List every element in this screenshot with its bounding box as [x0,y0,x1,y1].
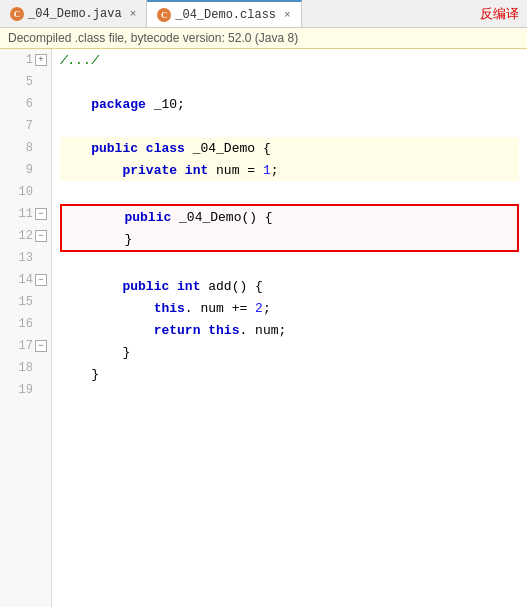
fold-comment: /.../ [60,53,107,68]
info-bar: Decompiled .class file, bytecode version… [0,28,527,49]
fold-collapse-icon[interactable]: − [35,230,47,242]
fold-placeholder [35,120,47,132]
class-tab-icon: C [157,8,171,22]
line-number: 5 [15,75,33,89]
constructor-box: public _04_Demo() { } [60,204,519,252]
gutter-row: 7 [0,115,51,137]
token: } [91,367,99,382]
fold-placeholder [35,186,47,198]
token: } [124,232,132,247]
token: . [185,301,193,316]
gutter-row: 5 [0,71,51,93]
token: _04_Demo [171,210,241,225]
token: private [122,163,177,178]
fold-placeholder [35,384,47,396]
tab-java[interactable]: C _04_Demo.java × [0,0,147,27]
fold-expand-icon[interactable]: + [35,54,47,66]
token [60,141,91,156]
token [60,163,122,178]
code-line: public _04_Demo() { [62,206,517,228]
token [60,345,122,360]
gutter-row: 10 [0,181,51,203]
token: { [255,141,271,156]
token: public [124,210,171,225]
code-content: /.../ package _10; public class _04_Demo… [52,49,527,607]
line-number: 11 [15,207,33,221]
line-number: 1 [15,53,33,67]
token: this [154,301,185,316]
token: num [193,301,232,316]
gutter-row: 13 [0,247,51,269]
token: += [232,301,248,316]
code-line [60,181,519,203]
decompile-annotation: 反编译 [480,5,519,23]
tab-class[interactable]: C _04_Demo.class × [147,0,301,27]
token: int [177,279,200,294]
line-number: 6 [15,97,33,111]
token: () { [241,210,272,225]
token: this [208,323,239,338]
token [138,141,146,156]
token: public [91,141,138,156]
token: class [146,141,185,156]
token: _04_Demo [185,141,255,156]
code-line: this. num += 2; [60,297,519,319]
code-line: } [60,363,519,385]
token: num [208,163,247,178]
info-bar-text: Decompiled .class file, bytecode version… [8,31,298,45]
gutter-row: 17− [0,335,51,357]
token [62,232,124,247]
fold-placeholder [35,252,47,264]
token [169,279,177,294]
gutter-row: 14− [0,269,51,291]
line-number: 13 [15,251,33,265]
gutter-row: 12− [0,225,51,247]
token: _10 [146,97,177,112]
code-line: package _10; [60,93,519,115]
token: . [239,323,247,338]
line-number: 15 [15,295,33,309]
token: 2 [247,301,263,316]
code-line [60,115,519,137]
token: package [91,97,146,112]
class-tab-close[interactable]: × [284,9,291,21]
gutter-row: 18 [0,357,51,379]
gutter-row: 16 [0,313,51,335]
fold-collapse-icon[interactable]: − [35,274,47,286]
code-line: } [62,228,517,250]
class-tab-label: _04_Demo.class [175,8,276,22]
line-number: 12 [15,229,33,243]
java-tab-close[interactable]: × [130,8,137,20]
token: ; [271,163,279,178]
line-number: 7 [15,119,33,133]
fold-placeholder [35,76,47,88]
code-area: 1+567891011−12−1314−151617−1819 /.../ pa… [0,49,527,607]
fold-placeholder [35,142,47,154]
token: num [247,323,278,338]
token: = [247,163,255,178]
line-gutter: 1+567891011−12−1314−151617−1819 [0,49,52,607]
token [177,163,185,178]
token [60,97,91,112]
token [62,210,124,225]
java-tab-icon: C [10,7,24,21]
token [60,323,154,338]
gutter-row: 6 [0,93,51,115]
code-line: public class _04_Demo { [60,137,519,159]
token: add [200,279,231,294]
code-line [60,71,519,93]
code-line: /.../ [60,49,519,71]
fold-placeholder [35,318,47,330]
line-number: 14 [15,273,33,287]
fold-collapse-icon[interactable]: − [35,208,47,220]
token: return [154,323,201,338]
line-number: 8 [15,141,33,155]
token: () { [232,279,263,294]
line-number: 10 [15,185,33,199]
code-line [60,253,519,275]
token: 1 [255,163,271,178]
fold-placeholder [35,164,47,176]
fold-collapse-icon[interactable]: − [35,340,47,352]
token: ; [279,323,287,338]
code-line: private int num = 1; [60,159,519,181]
